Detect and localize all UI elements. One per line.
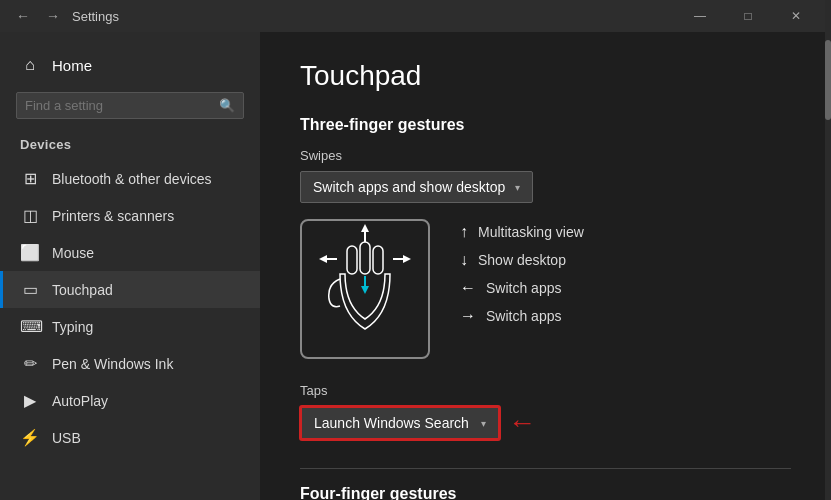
sidebar: ⌂ Home 🔍 Devices ⊞ Bluetooth & other dev… <box>0 32 260 500</box>
window-controls: — □ ✕ <box>677 0 819 32</box>
sidebar-item-typing[interactable]: ⌨ Typing <box>0 308 260 345</box>
scrollbar-track[interactable] <box>825 32 831 500</box>
sidebar-item-autoplay-label: AutoPlay <box>52 393 108 409</box>
sidebar-item-touchpad-label: Touchpad <box>52 282 113 298</box>
bluetooth-icon: ⊞ <box>20 169 40 188</box>
gesture-item-1: ↓ Show desktop <box>460 251 584 269</box>
touchpad-icon: ▭ <box>20 280 40 299</box>
three-finger-section: Three-finger gestures Swipes Switch apps… <box>300 116 791 359</box>
taps-section: Taps Launch Windows Search ▾ ← <box>300 383 791 440</box>
gesture-label-1: Show desktop <box>478 252 566 268</box>
page-title: Touchpad <box>300 60 791 92</box>
sidebar-item-bluetooth[interactable]: ⊞ Bluetooth & other devices <box>0 160 260 197</box>
gesture-svg <box>305 224 425 354</box>
four-finger-section: Four-finger gestures <box>300 468 791 500</box>
home-icon: ⌂ <box>20 56 40 74</box>
sidebar-item-usb[interactable]: ⚡ USB <box>0 419 260 456</box>
close-button[interactable]: ✕ <box>773 0 819 32</box>
sidebar-item-printers-label: Printers & scanners <box>52 208 174 224</box>
gesture-label-2: Switch apps <box>486 280 561 296</box>
gesture-arrow-2: ← <box>460 279 476 297</box>
mouse-icon: ⬜ <box>20 243 40 262</box>
taps-annotation-wrapper: Launch Windows Search ▾ ← <box>300 406 791 440</box>
sidebar-item-pen-label: Pen & Windows Ink <box>52 356 173 372</box>
sidebar-item-printers[interactable]: ◫ Printers & scanners <box>0 197 260 234</box>
svg-rect-10 <box>373 246 383 274</box>
gesture-arrow-1: ↓ <box>460 251 468 269</box>
sidebar-item-typing-label: Typing <box>52 319 93 335</box>
sidebar-item-home[interactable]: ⌂ Home <box>0 48 260 82</box>
gesture-arrow-0: ↑ <box>460 223 468 241</box>
sidebar-item-autoplay[interactable]: ▶ AutoPlay <box>0 382 260 419</box>
sidebar-item-mouse[interactable]: ⬜ Mouse <box>0 234 260 271</box>
gesture-label-0: Multitasking view <box>478 224 584 240</box>
gesture-item-2: ← Switch apps <box>460 279 584 297</box>
usb-icon: ⚡ <box>20 428 40 447</box>
autoplay-icon: ▶ <box>20 391 40 410</box>
three-finger-heading: Three-finger gestures <box>300 116 791 134</box>
printers-icon: ◫ <box>20 206 40 225</box>
search-box[interactable]: 🔍 <box>16 92 244 119</box>
sidebar-section-label: Devices <box>0 133 260 160</box>
pen-icon: ✏ <box>20 354 40 373</box>
sidebar-item-touchpad[interactable]: ▭ Touchpad <box>0 271 260 308</box>
swipes-dropdown[interactable]: Switch apps and show desktop ▾ <box>300 171 533 203</box>
gesture-item-3: → Switch apps <box>460 307 584 325</box>
window-title: Settings <box>72 9 119 24</box>
back-button[interactable]: ← <box>12 6 34 26</box>
four-finger-heading: Four-finger gestures <box>300 485 791 500</box>
svg-rect-9 <box>360 242 370 274</box>
scrollbar-thumb[interactable] <box>825 40 831 120</box>
titlebar: ← → Settings — □ ✕ <box>0 0 831 32</box>
sidebar-item-usb-label: USB <box>52 430 81 446</box>
swipes-value: Switch apps and show desktop <box>313 179 505 195</box>
taps-dropdown-arrow: ▾ <box>481 418 486 429</box>
minimize-button[interactable]: — <box>677 0 723 32</box>
search-icon: 🔍 <box>219 98 235 113</box>
svg-marker-1 <box>361 224 369 232</box>
svg-marker-5 <box>319 255 327 263</box>
home-label: Home <box>52 57 92 74</box>
taps-label: Taps <box>300 383 791 398</box>
app-body: ⌂ Home 🔍 Devices ⊞ Bluetooth & other dev… <box>0 32 831 500</box>
gesture-arrow-3: → <box>460 307 476 325</box>
taps-dropdown[interactable]: Launch Windows Search ▾ <box>300 406 500 440</box>
swipes-dropdown-arrow: ▾ <box>515 182 520 193</box>
annotation-arrow: ← <box>508 407 536 439</box>
main-content: Touchpad Three-finger gestures Swipes Sw… <box>260 32 831 500</box>
gesture-area: ↑ Multitasking view ↓ Show desktop ← Swi… <box>300 219 791 359</box>
swipes-label: Swipes <box>300 148 791 163</box>
svg-marker-3 <box>361 286 369 294</box>
taps-value: Launch Windows Search <box>314 415 469 431</box>
sidebar-item-pen[interactable]: ✏ Pen & Windows Ink <box>0 345 260 382</box>
gesture-illustration <box>300 219 430 359</box>
gesture-list: ↑ Multitasking view ↓ Show desktop ← Swi… <box>460 219 584 325</box>
typing-icon: ⌨ <box>20 317 40 336</box>
svg-marker-7 <box>403 255 411 263</box>
svg-rect-8 <box>347 246 357 274</box>
gesture-item-0: ↑ Multitasking view <box>460 223 584 241</box>
sidebar-item-bluetooth-label: Bluetooth & other devices <box>52 171 212 187</box>
forward-button[interactable]: → <box>42 6 64 26</box>
titlebar-nav: ← → <box>12 6 64 26</box>
maximize-button[interactable]: □ <box>725 0 771 32</box>
sidebar-item-mouse-label: Mouse <box>52 245 94 261</box>
search-input[interactable] <box>25 98 219 113</box>
gesture-label-3: Switch apps <box>486 308 561 324</box>
